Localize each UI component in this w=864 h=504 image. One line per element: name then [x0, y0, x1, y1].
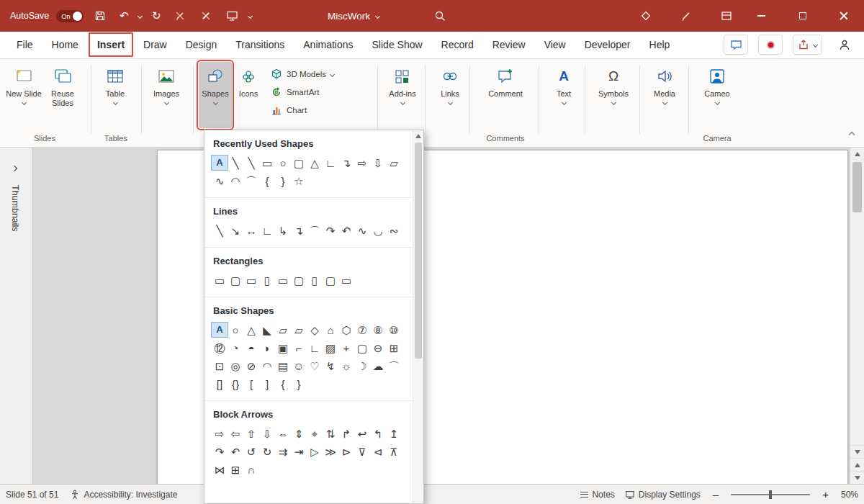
shape-curved-down-arrow[interactable]: ↻: [259, 443, 275, 461]
shape-right-arrow-callout[interactable]: ⊳: [338, 443, 354, 461]
tab-file[interactable]: File: [7, 32, 42, 58]
shape-round-same-side-corner-rectangle[interactable]: ▢: [323, 271, 338, 289]
designer-button[interactable]: [636, 5, 655, 27]
shape-isosceles-triangle[interactable]: △: [243, 321, 259, 339]
tab-review[interactable]: Review: [483, 32, 535, 58]
profile-button[interactable]: [832, 35, 857, 55]
shape-elbow-double-arrow-connector[interactable]: ↴: [291, 222, 307, 240]
3d-models-button[interactable]: 3D Models: [271, 68, 334, 80]
tab-view[interactable]: View: [535, 32, 575, 58]
shape-dodecagon[interactable]: ⑫: [212, 339, 228, 357]
shape-striped-right-arrow[interactable]: ⇉: [275, 443, 291, 461]
record-button[interactable]: [758, 35, 783, 55]
shape-right-arrow[interactable]: ⇨: [354, 154, 370, 172]
maximize-button[interactable]: [782, 0, 823, 32]
shape-up-down-arrow[interactable]: ⇕: [291, 425, 307, 443]
undo-menu-chevron-icon[interactable]: [138, 13, 143, 18]
shape-snip-and-round-single-corner-rectangle[interactable]: ▢: [291, 271, 307, 289]
dropdown-scroll-up-button[interactable]: [413, 130, 423, 141]
shape-line-arrow[interactable]: ↘: [228, 222, 243, 240]
ribbon-display-options-button[interactable]: [717, 5, 736, 27]
shape-left-bracket[interactable]: [: [243, 375, 259, 393]
shape-curved-double-arrow-connector[interactable]: ↶: [338, 222, 354, 240]
next-slide-button[interactable]: [850, 471, 864, 484]
shape-right-bracket[interactable]: ]: [259, 375, 275, 393]
shape-right-brace[interactable]: }: [291, 375, 307, 393]
shape-no-symbol[interactable]: ⊘: [243, 357, 259, 375]
shape-down-arrow[interactable]: ⇩: [370, 154, 386, 172]
shape-cube[interactable]: ⊞: [386, 339, 402, 357]
shape-text-box[interactable]: A: [212, 323, 228, 337]
shapes-button[interactable]: Shapes: [199, 62, 232, 128]
shape-diagonal-stripe[interactable]: ▨: [323, 339, 338, 357]
tab-insert[interactable]: Insert: [88, 32, 134, 58]
shape-left-right-arrow-callout[interactable]: ⋈: [212, 461, 228, 479]
shape-notched-right-arrow[interactable]: ⇥: [291, 443, 307, 461]
shape-folded-corner[interactable]: ▤: [275, 357, 291, 375]
shape-u-turn-arrow[interactable]: ↩: [354, 425, 370, 443]
tab-design[interactable]: Design: [176, 32, 227, 58]
shape-chevron-arrow[interactable]: ≫: [323, 443, 338, 461]
shape-isosceles-triangle[interactable]: △: [307, 154, 323, 172]
shape-star-5-point[interactable]: ☆: [291, 172, 307, 190]
vertical-scrollbar[interactable]: [850, 148, 864, 484]
shape-pentagon-arrow[interactable]: ▷: [307, 443, 323, 461]
shape-down-arrow[interactable]: ⇩: [259, 425, 275, 443]
scroll-down-button[interactable]: [850, 445, 864, 458]
undo-button[interactable]: ↶: [117, 5, 131, 27]
shape-line-2[interactable]: ╲: [243, 154, 259, 172]
shape-moon[interactable]: ☽: [354, 357, 370, 375]
comments-button[interactable]: [724, 35, 748, 55]
ink-button[interactable]: [677, 5, 696, 27]
zoom-level-button[interactable]: 50%: [841, 490, 858, 500]
shape-right-triangle[interactable]: ◣: [259, 321, 275, 339]
shape-line[interactable]: ╲: [228, 154, 243, 172]
shape-chord[interactable]: ◓: [243, 339, 259, 357]
shape-quad-arrow[interactable]: ⌖: [307, 425, 323, 443]
shape-up-arrow-callout[interactable]: ⊼: [386, 443, 402, 461]
shape-text-box[interactable]: A: [212, 156, 228, 170]
zoom-out-button[interactable]: –: [711, 488, 721, 500]
tab-help[interactable]: Help: [640, 32, 680, 58]
shape-flowchart-manual-operation[interactable]: ▱: [386, 154, 402, 172]
icons-button[interactable]: Icons: [232, 62, 265, 128]
cameo-button[interactable]: Cameo: [694, 62, 740, 128]
shape-left-brace[interactable]: {: [275, 375, 291, 393]
shape-decagon[interactable]: ⑩: [386, 321, 402, 339]
shape-left-right-up-arrow[interactable]: ⇅: [323, 425, 338, 443]
shape-smiley-face[interactable]: ☺: [291, 357, 307, 375]
shape-curved-connector[interactable]: ⌒: [307, 222, 323, 240]
shape-elbow-connector[interactable]: ∟: [323, 154, 338, 172]
tab-record[interactable]: Record: [432, 32, 483, 58]
shape-arc[interactable]: ⌒: [386, 357, 402, 375]
shape-left-right-arrow[interactable]: ⇔: [275, 425, 291, 443]
shape-curve[interactable]: ∿: [354, 222, 370, 240]
shape-round-diagonal-corner-rectangle[interactable]: ▭: [338, 271, 354, 289]
shape-down-arrow-callout[interactable]: ⊽: [354, 443, 370, 461]
shape-plaque[interactable]: ▢: [354, 339, 370, 357]
accessibility-status[interactable]: Accessibility: Investigate: [70, 490, 177, 500]
customize-toolbar-chevron-icon[interactable]: [248, 13, 253, 18]
draw-pen-button[interactable]: [171, 5, 189, 27]
shape-left-brace[interactable]: {: [259, 172, 275, 190]
slide-counter[interactable]: Slide 51 of 51: [6, 490, 58, 500]
notes-button[interactable]: Notes: [580, 490, 614, 500]
tab-animations[interactable]: Animations: [294, 32, 362, 58]
chart-button[interactable]: Chart: [271, 104, 334, 116]
autosave-toggle[interactable]: On: [56, 10, 84, 22]
shape-snip-same-side-corner-rectangle[interactable]: ▯: [259, 271, 275, 289]
table-button[interactable]: Table: [96, 62, 135, 128]
zoom-slider-thumb[interactable]: [769, 490, 772, 499]
shape-rectangle[interactable]: ▭: [212, 271, 228, 289]
shape-up-arrow[interactable]: ⇧: [243, 425, 259, 443]
shape-can[interactable]: ⊖: [370, 339, 386, 357]
shape-hexagon[interactable]: ⬡: [338, 321, 354, 339]
shape-scribble[interactable]: ∿: [212, 172, 228, 190]
shape-parallelogram[interactable]: ▱: [275, 321, 291, 339]
shape-line-arrow-double[interactable]: ↔: [243, 222, 259, 240]
shape-curved-left-arrow[interactable]: ↶: [228, 443, 243, 461]
shape-rectangle[interactable]: ▭: [259, 154, 275, 172]
shape-frame[interactable]: ▣: [275, 339, 291, 357]
shape-lightning-bolt[interactable]: ↯: [323, 357, 338, 375]
share-button[interactable]: [793, 35, 822, 55]
